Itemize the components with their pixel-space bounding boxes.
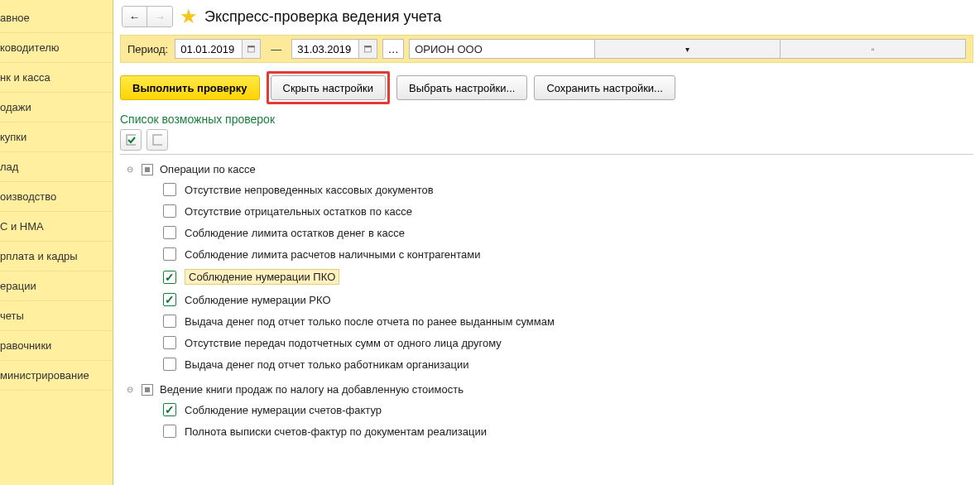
check-label: Соблюдение нумерации ПКО: [185, 269, 339, 285]
toggle-settings-button[interactable]: Скрыть настройки: [271, 75, 387, 100]
sidebar-item[interactable]: оизводство: [0, 182, 113, 212]
check-row[interactable]: Отсутствие непроведенных кассовых докуме…: [125, 179, 973, 200]
checkbox[interactable]: [163, 271, 176, 284]
sidebar-item[interactable]: С и НМА: [0, 212, 113, 242]
sidebar-item[interactable]: рплата и кадры: [0, 242, 113, 271]
sidebar-item[interactable]: авное: [0, 3, 113, 33]
period-picker-button[interactable]: …: [382, 39, 404, 59]
check-row[interactable]: Отсутствие передач подотчетных сумм от о…: [125, 332, 973, 353]
calendar-button-from[interactable]: [242, 40, 260, 58]
sidebar-item[interactable]: четы: [0, 301, 113, 331]
check-label: Отсутствие отрицательных остатков по кас…: [185, 205, 412, 218]
group-label: Ведение книги продаж по налогу на добавл…: [160, 383, 464, 396]
check-row[interactable]: Полнота выписки счетов-фактур по докумен…: [125, 420, 973, 442]
list-title: Список возможных проверок: [113, 109, 980, 129]
page-title: Экспресс-проверка ведения учета: [204, 8, 441, 26]
checks-tree: ⊖ Операции по кассе Отсутствие непроведе…: [120, 154, 973, 468]
checkbox[interactable]: [163, 358, 176, 371]
action-bar: Выполнить проверку Скрыть настройки Выбр…: [113, 63, 980, 109]
open-icon[interactable]: ▫: [780, 40, 965, 58]
date-from: [175, 39, 261, 59]
forward-button[interactable]: →: [147, 7, 172, 26]
svg-rect-4: [127, 135, 136, 145]
sidebar-item[interactable]: лад: [0, 152, 113, 182]
checkbox[interactable]: [163, 403, 176, 416]
checkbox[interactable]: [163, 204, 176, 218]
tri-state-checkbox[interactable]: [142, 164, 153, 175]
checkbox[interactable]: [163, 247, 176, 261]
choose-settings-button[interactable]: Выбрать настройки...: [396, 75, 527, 100]
back-button[interactable]: ←: [122, 7, 147, 26]
check-label: Отсутствие передач подотчетных сумм от о…: [185, 337, 502, 349]
check-all-icon: [126, 134, 136, 146]
sidebar-item[interactable]: одажи: [0, 93, 113, 122]
sidebar-item-label: равочники: [0, 339, 51, 352]
date-to-input[interactable]: [292, 40, 358, 58]
checkbox[interactable]: [163, 315, 176, 328]
svg-rect-1: [248, 46, 255, 48]
checkbox[interactable]: [163, 226, 176, 239]
sidebar-item-label: С и НМА: [0, 220, 44, 233]
organization-select[interactable]: ОРИОН ООО ▾ ▫: [409, 39, 966, 59]
star-icon[interactable]: ★: [180, 5, 198, 28]
sidebar-item-label: одажи: [0, 101, 31, 113]
uncheck-all-icon: [152, 134, 162, 146]
sidebar-item-label: лад: [0, 161, 18, 173]
sidebar-item[interactable]: нк и касса: [0, 63, 113, 93]
checkbox[interactable]: [163, 293, 176, 306]
check-row[interactable]: Отсутствие отрицательных остатков по кас…: [125, 200, 973, 222]
check-label: Полнота выписки счетов-фактур по докумен…: [185, 425, 487, 438]
sidebar-item[interactable]: купки: [0, 122, 113, 152]
sidebar-item[interactable]: министрирование: [0, 361, 113, 391]
sidebar-item-label: рплата и кадры: [0, 250, 78, 262]
check-row[interactable]: Соблюдение лимита расчетов наличными с к…: [125, 243, 973, 265]
check-row[interactable]: Соблюдение нумерации РКО: [125, 289, 973, 310]
sidebar-item[interactable]: ководителю: [0, 33, 113, 63]
tri-state-checkbox[interactable]: [142, 384, 153, 396]
group-header[interactable]: ⊖ Операции по кассе: [125, 160, 973, 179]
arrow-right-icon: →: [154, 11, 165, 23]
arrow-left-icon: ←: [129, 11, 140, 23]
checkbox[interactable]: [163, 425, 176, 438]
check-row[interactable]: Соблюдение нумерации ПКО: [125, 265, 973, 289]
run-check-button[interactable]: Выполнить проверку: [120, 75, 260, 100]
check-label: Выдача денег под отчет только после отче…: [185, 315, 555, 328]
group-header[interactable]: ⊖ Ведение книги продаж по налогу на доба…: [125, 380, 973, 399]
nav-buttons: ← →: [122, 6, 173, 27]
uncheck-all-button[interactable]: [147, 129, 168, 151]
ellipsis-icon: …: [388, 43, 399, 55]
tree-group: ⊖ Операции по кассе Отсутствие непроведе…: [120, 155, 973, 375]
sidebar-item[interactable]: ерации: [0, 271, 113, 301]
collapse-icon[interactable]: ⊖: [125, 385, 135, 395]
checkbox[interactable]: [163, 336, 176, 349]
group-label: Операции по кассе: [160, 163, 256, 175]
save-settings-button[interactable]: Сохранить настройки...: [534, 75, 675, 100]
check-row[interactable]: Соблюдение нумерации счетов-фактур: [125, 399, 973, 420]
check-row[interactable]: Соблюдение лимита остатков денег в кассе: [125, 222, 973, 243]
calendar-icon: [364, 43, 372, 55]
sidebar-item-label: ерации: [0, 280, 36, 292]
date-from-input[interactable]: [175, 40, 242, 58]
dropdown-icon[interactable]: ▾: [594, 40, 780, 58]
main-area: ← → ★ Экспресс-проверка ведения учета Пе…: [113, 0, 980, 485]
check-row[interactable]: Выдача денег под отчет только после отче…: [125, 310, 973, 332]
sidebar-item-label: оизводство: [0, 190, 56, 203]
highlight-box: Скрыть настройки: [267, 71, 391, 104]
check-all-button[interactable]: [120, 129, 142, 151]
period-label: Период:: [127, 43, 168, 55]
collapse-icon[interactable]: ⊖: [125, 165, 135, 175]
check-row[interactable]: Выдача денег под отчет только работникам…: [125, 353, 973, 375]
calendar-icon: [247, 43, 255, 55]
svg-rect-3: [365, 46, 372, 48]
calendar-button-to[interactable]: [358, 40, 377, 58]
list-toolbar: [113, 129, 980, 151]
check-label: Соблюдение лимита расчетов наличными с к…: [185, 248, 481, 261]
svg-rect-5: [153, 135, 162, 145]
sidebar-item[interactable]: равочники: [0, 331, 113, 361]
checkbox[interactable]: [163, 183, 176, 196]
tree-group: ⊖ Ведение книги продаж по налогу на доба…: [120, 375, 973, 442]
sidebar-item-label: нк и касса: [0, 71, 50, 84]
check-label: Соблюдение нумерации РКО: [185, 294, 331, 306]
date-to: [291, 39, 377, 59]
sidebar-item-label: купки: [0, 131, 26, 143]
